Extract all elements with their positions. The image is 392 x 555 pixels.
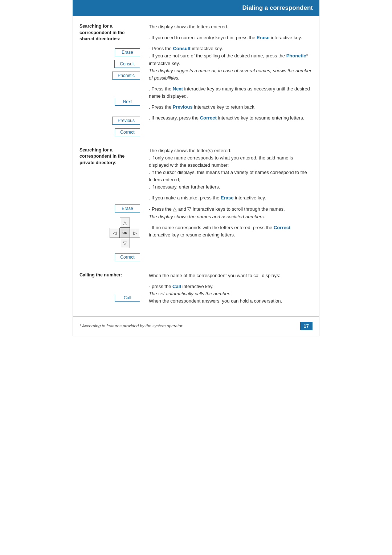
consult-button[interactable]: Consult (114, 60, 140, 68)
triangle-up-icon: △ (173, 206, 177, 212)
erase-button-1[interactable]: Erase (115, 48, 140, 56)
section-private-directory: Searching for a correspondent in the pri… (79, 147, 313, 262)
shared-para-1: The display shows the letters entered. (149, 23, 313, 31)
phonetic-key-label: Phonetic (286, 53, 306, 58)
nav-middle-row: ◁ OK ▷ (110, 228, 140, 238)
nav-up-button[interactable]: △ (120, 218, 130, 228)
correct-key-label-1: Correct (200, 115, 217, 121)
phonetic-button[interactable]: Phonetic (112, 72, 140, 80)
phonetic-italic: The display suggests a name or, in case … (149, 68, 311, 81)
calling-para-1: When the name of the correspondent you w… (149, 272, 313, 279)
left-col-calling: Calling the number: Call (79, 272, 143, 305)
erase-key-label-1: Erase (257, 35, 269, 40)
triangle-down-icon: ▽ (187, 206, 191, 212)
previous-key-label: Previous (173, 104, 193, 110)
section-title-calling: Calling the number: (79, 272, 122, 279)
page-content: Searching for a correspondent in the sha… (73, 16, 319, 316)
right-col-calling: When the name of the correspondent you w… (149, 272, 313, 305)
left-col-shared: Searching for a correspondent in the sha… (79, 23, 143, 136)
shared-para-3: - Press the Consult interactive key. . I… (149, 45, 313, 82)
footer-note: * According to features provided by the … (79, 324, 183, 328)
page-title: Dialing a correspondent (73, 0, 319, 16)
section-calling: Calling the number: Call When the name o… (79, 272, 313, 305)
private-para-1: The display shows the letter(s) entered:… (149, 147, 313, 191)
next-button[interactable]: Next (115, 98, 140, 106)
nav-down-button[interactable]: ▽ (120, 238, 130, 248)
names-italic: The display shows the names and associat… (149, 214, 265, 219)
footer: * According to features provided by the … (73, 316, 319, 336)
call-key-label: Call (172, 284, 181, 289)
right-col-shared: The display shows the letters entered. .… (149, 23, 313, 136)
private-para-3: - Press the △ and ▽ interactive keys to … (149, 205, 313, 220)
calling-para-2: - press the Call interactive key. The se… (149, 283, 313, 305)
section-title-private: Searching for a correspondent in the pri… (79, 147, 140, 166)
correct-button-2[interactable]: Correct (115, 253, 140, 261)
correct-key-label-2: Correct (274, 225, 290, 230)
nav-widget: △ ◁ OK ▷ ▽ (110, 218, 140, 248)
header: Dialing a correspondent (73, 0, 319, 16)
erase-key-label-2: Erase (221, 195, 233, 200)
section-title-shared: Searching for a correspondent in the sha… (79, 23, 140, 42)
call-italic: The set automatically calls the number. (149, 291, 230, 296)
nav-left-button[interactable]: ◁ (110, 228, 120, 238)
correct-button-1[interactable]: Correct (115, 128, 140, 136)
shared-para-6: . If necessary, press the Correct intera… (149, 114, 313, 122)
previous-button[interactable]: Previous (112, 117, 140, 125)
private-para-2: . If you make a mistake, press the Erase… (149, 194, 313, 202)
left-col-private: Searching for a correspondent in the pri… (79, 147, 143, 262)
nav-right-button[interactable]: ▷ (130, 228, 140, 238)
right-col-private: The display shows the letter(s) entered:… (149, 147, 313, 262)
consult-key-label: Consult (173, 46, 190, 51)
call-button[interactable]: Call (115, 294, 140, 302)
section-shared-directories: Searching for a correspondent in the sha… (79, 23, 313, 136)
erase-button-2[interactable]: Erase (115, 204, 140, 212)
shared-para-4: . Press the Next interactive key as many… (149, 85, 313, 100)
next-key-label: Next (173, 86, 183, 92)
shared-para-2: . If you need to correct an entry keyed-… (149, 34, 313, 41)
page-number: 17 (300, 322, 313, 330)
private-para-4: - If no name corresponds with the letter… (149, 224, 313, 239)
shared-para-5: . Press the Previous interactive key to … (149, 104, 313, 111)
nav-ok-button[interactable]: OK (120, 228, 130, 238)
